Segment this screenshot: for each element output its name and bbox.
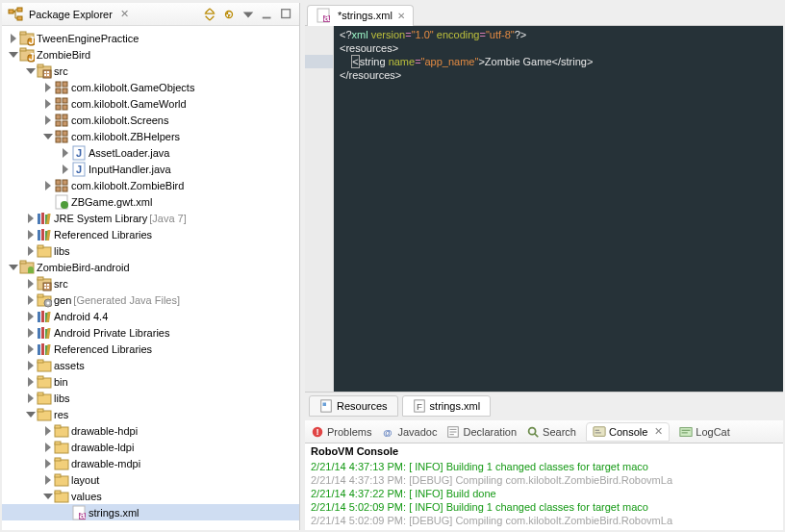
tab-resources[interactable]: Resources (309, 395, 398, 417)
chevron-down-icon[interactable] (8, 262, 19, 273)
tree-item[interactable]: Referenced Libraries (2, 341, 299, 357)
close-tab-icon[interactable]: ✕ (397, 11, 405, 21)
package-icon (54, 80, 69, 95)
editor-tab-strings-xml[interactable]: *strings.xml ✕ (307, 5, 414, 26)
tree-item[interactable]: values (2, 488, 299, 504)
logcat-icon (679, 425, 693, 439)
chevron-right-icon[interactable] (25, 343, 37, 355)
tab-javadoc[interactable]: Javadoc (381, 425, 437, 439)
genfolder-icon (37, 292, 52, 308)
chevron-down-icon[interactable] (8, 49, 19, 61)
chevron-right-icon[interactable] (42, 474, 54, 486)
project-tree[interactable]: TweenEnginePracticeZombieBirdsrccom.kilo… (2, 26, 299, 530)
tree-item[interactable]: com.kilobolt.Screens (2, 112, 299, 128)
tree-item[interactable]: AssetLoader.java (2, 144, 299, 161)
tree-item[interactable]: drawable-ldpi (2, 439, 299, 455)
chevron-right-icon[interactable] (25, 278, 37, 290)
tree-item[interactable]: libs (2, 242, 299, 259)
editor-gutter[interactable] (305, 26, 334, 392)
chevron-right-icon[interactable] (8, 33, 19, 44)
minimize-icon[interactable] (261, 8, 274, 21)
tab-problems[interactable]: Problems (311, 425, 371, 439)
package-icon (54, 96, 69, 112)
tree-item[interactable]: src (2, 63, 299, 79)
console-title: RoboVM Console (305, 443, 783, 459)
tree-item[interactable]: libs (2, 390, 299, 406)
problems-icon (311, 425, 324, 439)
tree-item-decoration: [Java 7] (149, 213, 187, 224)
tree-item[interactable]: src (2, 275, 299, 291)
library-icon (37, 227, 52, 242)
close-icon[interactable]: ✕ (120, 8, 129, 20)
tree-item[interactable]: layout (2, 471, 299, 488)
tree-item[interactable]: TweenEnginePractice (2, 30, 299, 46)
maximize-icon[interactable] (280, 8, 293, 21)
tree-item[interactable]: drawable-hdpi (2, 422, 299, 439)
tree-item[interactable]: com.kilobolt.GameObjects (2, 79, 299, 95)
link-editor-icon[interactable] (222, 8, 236, 21)
tree-item-label: com.kilobolt.ZBHelpers (71, 131, 180, 142)
tree-item[interactable]: res (2, 406, 299, 422)
editor-bottom-tabs: Resources strings.xml (305, 392, 783, 415)
chevron-right-icon[interactable] (42, 82, 54, 93)
tree-item[interactable]: bin (2, 373, 299, 390)
chevron-down-icon[interactable] (25, 409, 37, 420)
tree-item-label: values (71, 491, 102, 502)
chevron-right-icon[interactable] (25, 311, 37, 322)
tree-item[interactable]: gen [Generated Java Files] (2, 291, 299, 308)
chevron-right-icon[interactable] (42, 98, 54, 110)
tree-item[interactable]: Referenced Libraries (2, 226, 299, 242)
console-line: 2/21/14 5:02:09 PM: [ INFO] Building 1 c… (311, 500, 777, 514)
tree-item[interactable]: com.kilobolt.ZombieBird (2, 177, 299, 193)
chevron-down-icon[interactable] (25, 65, 37, 77)
chevron-down-icon[interactable] (42, 131, 54, 142)
close-icon[interactable]: ✕ (654, 425, 663, 438)
package-explorer-icon (8, 7, 23, 22)
tree-item[interactable]: ZombieBird-android (2, 259, 299, 275)
library-icon (37, 325, 52, 341)
package-icon (54, 129, 69, 144)
tree-item[interactable]: com.kilobolt.GameWorld (2, 95, 299, 112)
collapse-all-icon[interactable] (203, 8, 216, 21)
chevron-right-icon[interactable] (25, 213, 37, 224)
chevron-right-icon[interactable] (60, 164, 71, 175)
console-line: 2/21/14 4:37:13 PM: [ INFO] Building 1 c… (311, 460, 777, 473)
tree-item[interactable]: InputHandler.java (2, 161, 299, 177)
tree-item[interactable]: com.kilobolt.ZBHelpers (2, 128, 299, 144)
panel-title: Package Explorer (29, 9, 113, 20)
tab-search[interactable]: Search (526, 425, 576, 439)
chevron-right-icon[interactable] (42, 180, 54, 191)
chevron-right-icon[interactable] (25, 360, 37, 371)
chevron-right-icon[interactable] (42, 114, 54, 126)
tree-item[interactable]: ZombieBird (2, 46, 299, 63)
chevron-right-icon[interactable] (25, 327, 37, 339)
tab-strings-xml[interactable]: strings.xml (402, 395, 492, 417)
tree-item[interactable]: Android Private Libraries (2, 324, 299, 341)
chevron-down-icon[interactable] (42, 491, 54, 502)
console-output[interactable]: 2/21/14 4:37:13 PM: [ INFO] Building 1 c… (305, 459, 783, 530)
chevron-right-icon[interactable] (42, 458, 54, 469)
tree-item-label: ZBGame.gwt.xml (71, 196, 152, 208)
tab-console[interactable]: Console✕ (586, 422, 670, 442)
chevron-right-icon[interactable] (25, 294, 37, 306)
tree-item[interactable]: ZBGame.gwt.xml (2, 193, 299, 210)
chevron-right-icon[interactable] (42, 425, 54, 437)
code-editor[interactable]: <?xml version="1.0" encoding="utf-8"?> <… (334, 26, 783, 392)
chevron-right-icon[interactable] (25, 245, 37, 257)
chevron-right-icon[interactable] (42, 442, 54, 453)
tree-item[interactable]: assets (2, 357, 299, 373)
chevron-right-icon[interactable] (60, 147, 71, 159)
view-menu-icon[interactable] (241, 8, 255, 21)
chevron-right-icon[interactable] (25, 393, 37, 404)
tab-logcat[interactable]: LogCat (679, 425, 729, 439)
tree-item[interactable]: drawable-mdpi (2, 455, 299, 471)
tree-item-label: InputHandler.java (89, 164, 171, 175)
tree-item-label: src (54, 65, 68, 77)
tree-item-label: ZombieBird (37, 49, 90, 61)
tab-declaration[interactable]: Declaration (446, 425, 517, 439)
chevron-right-icon[interactable] (25, 229, 37, 241)
tree-item[interactable]: Android 4.4 (2, 308, 299, 324)
tree-item[interactable]: JRE System Library [Java 7] (2, 210, 299, 226)
tree-item[interactable]: strings.xml (2, 504, 299, 520)
chevron-right-icon[interactable] (25, 376, 37, 388)
